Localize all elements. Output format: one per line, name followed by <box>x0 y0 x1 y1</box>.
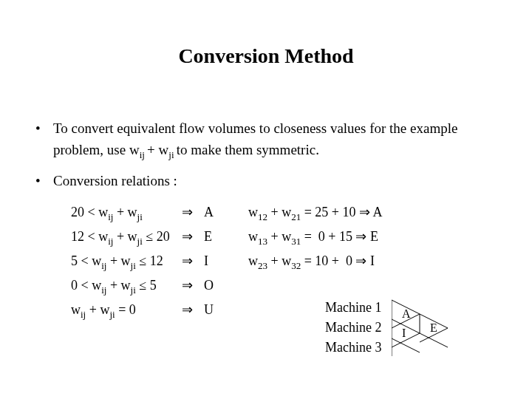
rule-row: 12 < wij + wji ≤ 20 ⇒ E <box>71 227 219 247</box>
rule-row: 5 < wij + wji ≤ 12 ⇒ I <box>71 251 219 271</box>
r3e: ≤ 12 <box>136 253 163 268</box>
bullet-1: • To convert equivalent flow volumes to … <box>35 118 497 160</box>
r2r: + w <box>113 229 137 244</box>
arrow-icon: ⇒ <box>182 300 204 320</box>
r3-sym: I <box>204 251 219 271</box>
r4s2: ji <box>131 284 136 295</box>
rel-diagram: A I E <box>392 296 488 369</box>
c1b: + w <box>267 205 291 219</box>
arrow-icon: ⇒ <box>182 202 204 222</box>
r3c: 5 < w <box>71 253 101 268</box>
machine-list: Machine 1 Machine 2 Machine 3 <box>325 300 381 360</box>
r4c: 0 < w <box>71 278 101 293</box>
slide-title: Conversion Method <box>0 44 532 68</box>
calc-row: w23 + w32 = 10 + 0 ⇒ I <box>248 251 382 271</box>
rel-label-i: I <box>402 327 406 339</box>
r4e: ≤ 5 <box>136 278 157 293</box>
c1v: = 25 + 10 <box>301 205 359 219</box>
c2s1: 13 <box>258 235 267 246</box>
arrow-icon: ⇒ <box>182 276 204 296</box>
arrow-icon: ⇒ <box>182 251 204 271</box>
bullet-2-text: Conversion relations : <box>53 171 497 192</box>
rel-label-a: A <box>402 307 411 320</box>
rel-label-e: E <box>430 321 437 334</box>
r5r: + w <box>86 302 109 317</box>
r5c: w <box>71 302 81 317</box>
rule-row: 0 < wij + wji ≤ 5 ⇒ O <box>71 276 219 296</box>
r2s2: ji <box>137 235 143 246</box>
bullet-1-text: To convert equivalent flow volumes to cl… <box>53 118 497 160</box>
c2b: + w <box>267 229 291 244</box>
c3s2: 32 <box>291 259 301 270</box>
r3s2: ji <box>131 259 136 270</box>
r5-sym: U <box>204 300 219 320</box>
c1sym: A <box>370 205 383 219</box>
r2e: ≤ 20 <box>143 229 170 244</box>
rule-row: 20 < wij + wji ⇒ A <box>71 202 219 222</box>
r3r: + w <box>106 253 130 268</box>
bullet-dot: • <box>35 118 53 160</box>
c2a: w <box>248 229 258 244</box>
r5s2: ji <box>109 308 115 319</box>
r1r: + w <box>113 205 137 219</box>
arrow-icon: ⇒ <box>182 227 204 247</box>
arrow-icon: ⇒ <box>355 253 366 268</box>
c3v: = 10 + 0 <box>301 253 355 268</box>
r4r: + w <box>106 278 130 293</box>
c2s2: 31 <box>291 235 301 246</box>
b1-sub1: ij <box>140 149 147 160</box>
machine-2: Machine 2 <box>325 320 381 335</box>
bullet-2: • Conversion relations : <box>35 171 497 192</box>
machine-1: Machine 1 <box>325 300 381 316</box>
rule-row: wij + wji = 0 ⇒ U <box>71 300 219 320</box>
calc-row: w13 + w31 = 0 + 15 ⇒ E <box>248 227 382 247</box>
r1s2: ji <box>137 211 143 222</box>
r1-sym: A <box>204 202 219 222</box>
slide-content: • To convert equivalent flow volumes to … <box>35 118 497 324</box>
arrow-icon: ⇒ <box>359 205 370 219</box>
b1-sub2: ji <box>168 149 176 160</box>
rules-column: 20 < wij + wji ⇒ A 12 < wij + wji ≤ 20 ⇒… <box>71 202 219 324</box>
machine-3: Machine 3 <box>325 340 381 355</box>
bullet-dot: • <box>35 171 53 192</box>
calc-row: w12 + w21 = 25 + 10 ⇒ A <box>248 202 382 222</box>
b1-post: to make them symmetric. <box>177 142 319 157</box>
r2c: 12 < w <box>71 229 108 244</box>
r1c: 20 < w <box>71 205 108 219</box>
c1a: w <box>248 205 258 219</box>
c3b: + w <box>267 253 291 268</box>
c1s2: 21 <box>291 211 301 222</box>
b1-mid: + w <box>147 142 168 157</box>
c1s1: 12 <box>258 211 267 222</box>
c3s1: 23 <box>258 259 267 270</box>
c3a: w <box>248 253 258 268</box>
c2v: = 0 + 15 <box>301 229 355 244</box>
arrow-icon: ⇒ <box>355 229 366 244</box>
c3sym: I <box>366 253 375 268</box>
r5e: = 0 <box>115 302 136 317</box>
c2sym: E <box>366 229 378 244</box>
r2-sym: E <box>204 227 219 247</box>
r4-sym: O <box>204 276 219 296</box>
